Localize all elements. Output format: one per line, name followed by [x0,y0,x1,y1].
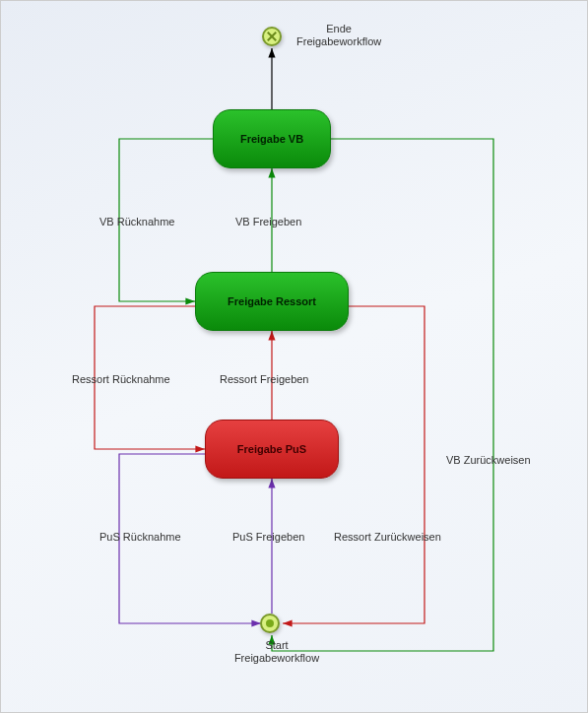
node-freigabe-ressort[interactable]: Freigabe Ressort [195,272,349,331]
start-node [260,614,280,633]
node-freigabe-vb[interactable]: Freigabe VB [213,109,331,168]
node-label: Freigabe PuS [237,443,306,455]
label-pus-ruecknahme: PuS Rücknahme [99,531,181,544]
label-ressort-freigeben: Ressort Freigeben [220,373,309,386]
node-label: Freigabe Ressort [228,295,316,307]
label-ressort-ruecknahme: Ressort Rücknahme [72,373,170,386]
edge-vb-zurueckweisen [272,139,493,651]
workflow-diagram: EndeFreigabeworkflow Freigabe VB Freigab… [0,0,588,713]
label-vb-freigeben: VB Freigeben [235,216,301,228]
end-label: EndeFreigabeworkflow [296,23,381,48]
start-label: StartFreigabeworkflow [228,639,326,665]
label-vb-ruecknahme: VB Rücknahme [99,216,174,228]
end-node [262,27,282,46]
edges-layer [1,1,588,713]
label-pus-freigeben: PuS Freigeben [232,531,304,544]
label-ressort-zurueckweisen: Ressort Zurückweisen [334,531,441,544]
node-label: Freigabe VB [240,133,303,145]
node-freigabe-pus[interactable]: Freigabe PuS [205,420,339,479]
label-vb-zurueckweisen: VB Zurückweisen [446,454,531,467]
